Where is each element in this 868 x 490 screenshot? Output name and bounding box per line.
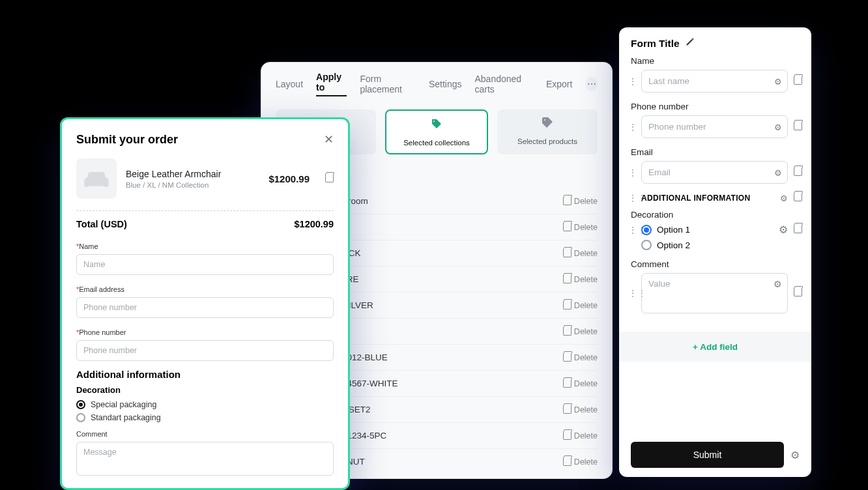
edit-title-icon[interactable]	[685, 38, 694, 50]
builder-name-input[interactable]: Last name ⚙	[641, 70, 788, 93]
trash-icon	[563, 405, 571, 414]
gear-icon[interactable]: ⚙	[774, 279, 782, 289]
gear-icon[interactable]: ⚙	[779, 223, 788, 236]
total-label: Total (USD)	[76, 219, 127, 229]
builder-email-input[interactable]: Email ⚙	[641, 161, 788, 184]
trash-icon	[563, 327, 571, 336]
close-icon[interactable]: ✕	[324, 132, 334, 147]
delete-collection-button[interactable]: Delete	[563, 223, 598, 232]
delete-collection-button[interactable]: Delete	[563, 327, 598, 336]
drag-handle-icon[interactable]: ⋮⋮	[628, 193, 636, 203]
additional-info-heading: Additional information	[76, 369, 334, 380]
delete-label: Delete	[574, 249, 598, 258]
tab-abandoned-carts[interactable]: Abandoned carts	[474, 74, 532, 94]
delete-field-button[interactable]	[793, 167, 802, 178]
builder-comment-textarea[interactable]: Value ⚙	[641, 273, 788, 313]
tag-icon	[430, 117, 443, 134]
delete-collection-button[interactable]: Delete	[563, 197, 598, 206]
delete-section-button[interactable]	[793, 193, 802, 203]
delete-collection-button[interactable]: Delete	[563, 275, 598, 284]
radio-icon[interactable]	[641, 240, 652, 250]
gear-icon[interactable]: ⚙	[774, 76, 782, 86]
builder-email-label: Email	[631, 147, 800, 157]
delete-label: Delete	[574, 327, 598, 336]
option-1-label: Option 1	[657, 225, 774, 235]
phone-input[interactable]	[76, 340, 334, 361]
builder-decoration-label: Decoration	[631, 210, 800, 220]
drag-handle-icon[interactable]: ⋮⋮	[628, 288, 636, 298]
remove-item-button[interactable]	[325, 174, 334, 183]
delete-field-button[interactable]	[793, 122, 802, 132]
delete-label: Delete	[574, 431, 598, 440]
submit-button[interactable]: Submit	[631, 442, 784, 468]
trash-icon	[563, 223, 571, 232]
trash-icon	[563, 249, 571, 258]
trash-icon	[563, 457, 571, 467]
drag-handle-icon[interactable]: ⋮⋮	[628, 122, 636, 132]
delete-label: Delete	[574, 197, 598, 206]
apply-selected-products[interactable]: Selected products	[497, 109, 598, 154]
delete-label: Delete	[574, 275, 598, 284]
item-name: Beige Leather Armchair	[126, 169, 259, 179]
apply-option-label: Selected collections	[403, 139, 470, 147]
delete-label: Delete	[574, 405, 598, 414]
delete-label: Delete	[574, 353, 598, 362]
trash-icon	[563, 301, 571, 310]
delete-label: Delete	[574, 301, 598, 310]
delete-collection-button[interactable]: Delete	[563, 353, 598, 362]
tab-layout[interactable]: Layout	[276, 79, 303, 89]
builder-title: Form Title	[631, 38, 680, 50]
email-input[interactable]	[76, 297, 334, 318]
builder-phone-input[interactable]: Phone number ⚙	[641, 115, 788, 138]
total-value: $1200.99	[295, 219, 334, 229]
tab-apply-to[interactable]: Apply to	[316, 72, 347, 96]
builder-phone-label: Phone number	[631, 102, 800, 111]
svg-rect-1	[84, 179, 89, 187]
add-field-button[interactable]: + Add field	[693, 342, 738, 352]
delete-collection-button[interactable]: Delete	[563, 301, 598, 310]
drag-handle-icon[interactable]: ⋮⋮	[628, 225, 636, 235]
more-tabs-icon[interactable]: ⋯	[585, 77, 598, 91]
delete-field-button[interactable]	[793, 76, 802, 87]
delete-collection-button[interactable]: Delete	[563, 457, 598, 467]
drag-handle-icon[interactable]: ⋮⋮	[628, 76, 636, 87]
trash-icon	[563, 353, 571, 362]
gear-icon[interactable]: ⚙	[780, 194, 788, 203]
trash-icon	[325, 174, 334, 183]
form-builder-panel: Form Title Name ⋮⋮ Last name ⚙ Phone num…	[619, 27, 811, 477]
gear-icon[interactable]: ⚙	[790, 449, 800, 461]
delete-collection-button[interactable]: Delete	[563, 379, 598, 388]
comment-textarea[interactable]	[76, 442, 334, 476]
radio-special-packaging[interactable]: Special packaging	[76, 400, 334, 409]
add-field-bar: + Add field	[619, 332, 811, 362]
svg-rect-2	[104, 179, 109, 187]
name-input[interactable]	[76, 254, 334, 275]
trash-icon	[794, 167, 802, 177]
email-label: *Email address	[76, 285, 124, 293]
drag-handle-icon[interactable]: ⋮⋮	[628, 167, 636, 178]
apply-selected-collections[interactable]: Selected collections	[385, 109, 488, 154]
item-tags: Blue / XL / NM Collection	[126, 181, 259, 189]
tab-export[interactable]: Export	[546, 79, 572, 89]
submit-order-modal: Submit your order ✕ Beige Leather Armcha…	[60, 117, 350, 490]
trash-icon	[794, 225, 802, 234]
radio-standart-packaging[interactable]: Standart packaging	[76, 413, 334, 422]
gear-icon[interactable]: ⚙	[774, 167, 782, 177]
svg-rect-3	[88, 172, 105, 179]
radio-label: Standart packaging	[91, 413, 161, 422]
delete-field-button[interactable]	[793, 288, 802, 298]
tab-settings[interactable]: Settings	[429, 79, 462, 89]
delete-collection-button[interactable]: Delete	[563, 431, 598, 440]
apply-option-label: Selected products	[517, 137, 577, 145]
gear-icon[interactable]: ⚙	[774, 122, 782, 132]
item-price: $1200.99	[268, 173, 310, 184]
delete-collection-button[interactable]: Delete	[563, 249, 598, 258]
cart-item: Beige Leather Armchair Blue / XL / NM Co…	[76, 158, 334, 199]
delete-collection-button[interactable]: Delete	[563, 405, 598, 414]
delete-option-button[interactable]	[793, 225, 802, 235]
pricetag-icon	[541, 116, 554, 132]
radio-icon[interactable]	[641, 225, 652, 235]
tab-form-placement[interactable]: Form placement	[360, 74, 416, 94]
name-label: *Name	[76, 242, 98, 250]
tab-bar: Layout Apply to Form placement Settings …	[261, 63, 612, 106]
